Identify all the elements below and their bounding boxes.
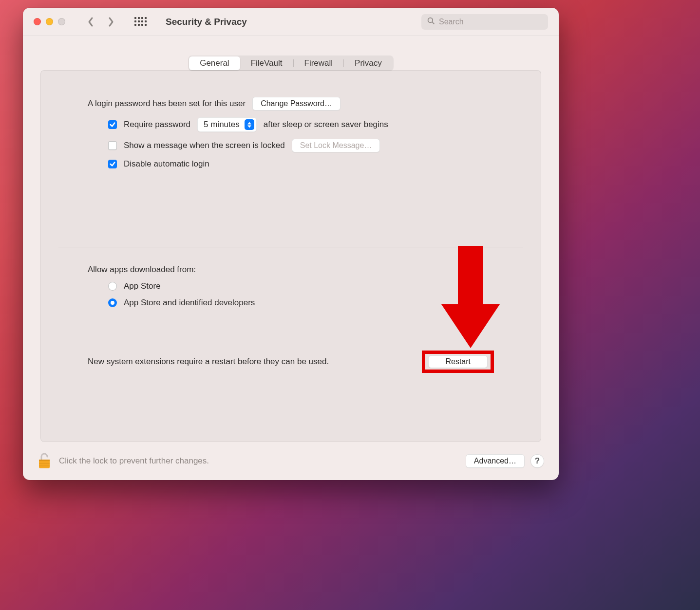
search-field[interactable] (421, 14, 548, 30)
restart-required-text: New system extensions require a restart … (88, 357, 329, 367)
restart-button[interactable]: Restart (428, 355, 488, 368)
tab-bar: General FileVault Firewall Privacy (188, 55, 394, 71)
minimize-window-button[interactable] (46, 18, 53, 25)
svg-point-0 (428, 18, 433, 22)
tab-general[interactable]: General (189, 56, 240, 70)
general-panel: A login password has been set for this u… (40, 70, 541, 442)
tab-filevault[interactable]: FileVault (240, 56, 293, 70)
allow-app-store-label: App Store (124, 281, 161, 291)
show-message-checkbox[interactable] (108, 141, 117, 150)
zoom-window-button[interactable] (58, 18, 65, 25)
titlebar: Security & Privacy (23, 8, 559, 36)
content-area: General FileVault Firewall Privacy A log… (23, 36, 559, 442)
svg-rect-2 (39, 460, 50, 461)
back-button[interactable] (86, 17, 95, 27)
set-lock-message-button: Set Lock Message… (292, 139, 380, 152)
lock-hint-text: Click the lock to prevent further change… (59, 456, 209, 466)
arrow-annotation (441, 246, 500, 353)
close-window-button[interactable] (34, 18, 41, 25)
allow-identified-devs-label: App Store and identified developers (124, 298, 255, 308)
allow-identified-devs-radio[interactable] (108, 298, 117, 307)
window-controls (34, 18, 65, 25)
tab-privacy[interactable]: Privacy (344, 56, 393, 70)
svg-rect-3 (39, 463, 50, 464)
help-button[interactable]: ? (530, 454, 544, 468)
svg-rect-4 (39, 465, 50, 466)
advanced-button[interactable]: Advanced… (466, 454, 525, 468)
require-password-delay-value: 5 minutes (204, 120, 240, 129)
tab-firewall[interactable]: Firewall (294, 56, 344, 70)
forward-button[interactable] (106, 17, 116, 27)
search-icon (427, 17, 435, 27)
search-input[interactable] (439, 18, 542, 26)
allow-apps-label: Allow apps downloaded from: (88, 265, 494, 275)
change-password-button[interactable]: Change Password… (252, 97, 341, 111)
chevron-up-down-icon (245, 119, 254, 130)
disable-auto-login-label: Disable automatic login (124, 159, 209, 169)
nav-buttons (86, 17, 116, 27)
window-title: Security & Privacy (166, 17, 247, 27)
footer: Click the lock to prevent further change… (23, 442, 559, 480)
require-password-label: Require password (124, 120, 190, 129)
lock-icon[interactable] (38, 452, 51, 470)
preferences-window: Security & Privacy General FileVault Fir… (23, 8, 559, 480)
login-password-text: A login password has been set for this u… (88, 99, 246, 109)
restart-highlight-annotation: Restart (422, 351, 494, 373)
show-all-icon[interactable] (134, 17, 144, 27)
show-message-label: Show a message when the screen is locked (124, 141, 285, 150)
allow-app-store-radio[interactable] (108, 282, 117, 291)
require-password-after-text: after sleep or screen saver begins (264, 120, 388, 129)
require-password-checkbox[interactable] (108, 120, 117, 129)
require-password-delay-select[interactable]: 5 minutes (197, 117, 257, 132)
disable-auto-login-checkbox[interactable] (108, 160, 117, 168)
